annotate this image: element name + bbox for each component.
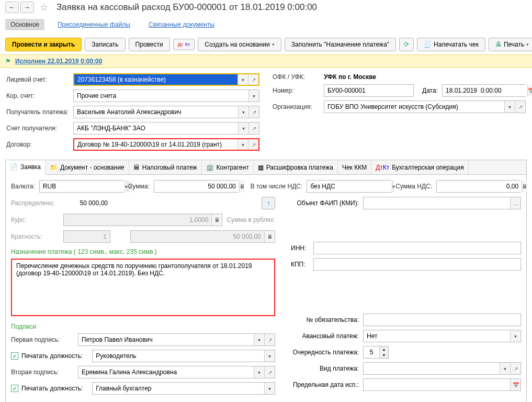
currency-label: Валюта: — [11, 183, 35, 190]
distributed-value: 50 000,00 — [63, 199, 108, 207]
mult-field — [63, 230, 110, 243]
folder-icon: 📁 — [50, 164, 58, 171]
cor-account-field[interactable]: ▾ — [73, 90, 259, 102]
number-field[interactable] — [324, 84, 414, 97]
limit-date-label: Предельная дата исп.: — [291, 381, 359, 388]
advance-label: Авансовый платеж: — [291, 332, 359, 340]
post-and-close-button[interactable]: Провести и закрыть — [5, 38, 82, 51]
limit-date-field[interactable]: 📅 — [363, 378, 521, 391]
spinner-down-icon[interactable]: ▼ — [380, 352, 388, 358]
tab-tax[interactable]: 🏛Налоговый платеж — [129, 160, 202, 174]
purpose-title: Назначение платежа ( 123 симв., макс. 23… — [11, 248, 275, 255]
date-field[interactable]: 📅 — [442, 84, 526, 97]
rub-sum-label: Сумма в рублях: — [227, 216, 275, 224]
priority-label: Очередность платежа: — [291, 349, 359, 356]
tab-docbase[interactable]: 📁Документ - основание — [46, 160, 129, 174]
sum-label: Сумма: — [128, 183, 150, 190]
arrow-up-button[interactable]: ↑ — [262, 197, 275, 209]
ofk-label: ОФК / УФК: — [273, 73, 320, 81]
payment-purpose-textarea[interactable] — [11, 259, 275, 316]
number-label: Номер: — [273, 87, 320, 94]
sign2-label: Вторая подпись: — [11, 368, 74, 376]
sign1-field[interactable]: ▾ ↗ — [78, 333, 275, 346]
recipient-field[interactable]: ▾ ↗ — [73, 106, 259, 118]
kpp-label: КПП: — [291, 261, 309, 268]
print-pos2-label: Печатать должность: — [21, 385, 83, 392]
obligation-label: № обязательства: — [291, 316, 359, 323]
calendar-icon[interactable]: 📅 — [527, 85, 532, 96]
kpp-field[interactable] — [313, 258, 521, 271]
print-pos2-checkbox[interactable]: ✓ — [11, 385, 18, 392]
priority-field[interactable]: ▲▼ — [363, 346, 389, 359]
vat-type-field[interactable]: ▾ — [307, 180, 391, 193]
calendar-icon[interactable]: 📅 — [510, 379, 520, 390]
print-check-button[interactable]: 🧾Напечатать чек — [417, 38, 485, 51]
tab-kkm[interactable]: Чек ККМ — [338, 160, 371, 174]
pay-type-field[interactable]: ▾ ↗ — [363, 362, 521, 375]
faip-label: Объект ФАИП (КМИ): — [291, 199, 359, 207]
sync-button[interactable]: ⟳ — [399, 38, 414, 51]
open-icon[interactable]: ↗ — [248, 74, 258, 85]
tab-app[interactable]: 📄Заявка — [6, 160, 46, 175]
save-button[interactable]: Записать — [85, 38, 125, 51]
advance-field[interactable]: ▾ — [363, 330, 521, 342]
obligation-field[interactable] — [363, 314, 521, 326]
signs-title: Подписи — [11, 323, 275, 330]
print-pos1-label: Печатать должность: — [21, 352, 83, 360]
rub-sum-field: 🖩 — [130, 230, 275, 243]
create-based-button[interactable]: Создать на основании ▾ — [198, 38, 281, 51]
top-tab-related[interactable]: Связанные документы — [143, 19, 220, 30]
ofk-value: УФК по г. Москве — [324, 73, 376, 81]
tax-icon: 🏛 — [133, 164, 140, 171]
inn-field[interactable] — [313, 242, 521, 254]
print-button[interactable]: 🖶 Печать ▾ — [489, 38, 532, 51]
tab-contragent[interactable]: 🏢Контрагент — [202, 160, 254, 174]
pos2-field[interactable]: ▾ — [92, 382, 275, 395]
spinner-up-icon[interactable]: ▲ — [380, 347, 388, 352]
recipient-acc-field[interactable]: ▾ ↗ — [73, 122, 259, 135]
pos1-field[interactable]: ▾ — [92, 350, 275, 362]
vat-sum-field[interactable]: 🖩 — [436, 180, 521, 193]
print-pos1-checkbox[interactable]: ✓ — [11, 352, 18, 360]
nav-forward-button[interactable]: → — [20, 2, 34, 13]
nav-back-button[interactable]: ← — [5, 2, 19, 13]
inn-label: ИНН: — [291, 244, 309, 252]
post-button[interactable]: Провести — [129, 38, 170, 51]
dropdown-icon[interactable]: ▾ — [237, 74, 248, 85]
recipient-acc-label: Счет получателя: — [6, 125, 69, 132]
personal-account-label: Лицевой счет: — [6, 76, 69, 83]
contract-label: Договор: — [6, 141, 69, 148]
org-field[interactable]: ▾ ↗ — [324, 100, 526, 113]
dt-kt-button[interactable]: ДтКт — [173, 39, 195, 50]
rate-label: Курс: — [11, 216, 59, 224]
top-tab-files[interactable]: Присоединенные файлы — [52, 19, 135, 30]
pay-type-label: Вид платежа: — [291, 365, 359, 372]
calc-icon[interactable]: 🖩 — [522, 181, 527, 192]
receipt-icon: 🧾 — [424, 41, 432, 48]
mult-label: Кратность: — [11, 233, 59, 240]
sign2-field[interactable]: ▾ ↗ — [78, 366, 275, 378]
vat-incl-label: В том числе НДС: — [251, 183, 303, 190]
currency-field[interactable]: ▾ ↗ — [39, 180, 124, 193]
status-flag-icon: ⚑ — [5, 58, 11, 65]
tab-decode[interactable]: ▦Расшифровка платежа — [254, 160, 338, 174]
cor-account-label: Кор. счет: — [6, 92, 69, 99]
doc-icon: 📄 — [10, 163, 18, 171]
bank-icon: 🏢 — [206, 164, 214, 171]
rate-field: 🖩 — [63, 214, 222, 226]
fill-purpose-button[interactable]: Заполнить "Назначение платежа" — [285, 38, 396, 51]
faip-field[interactable]: … — [363, 197, 521, 209]
sum-field[interactable]: 🖩 — [154, 180, 239, 193]
contract-field[interactable]: ▾ ↗ — [73, 138, 259, 151]
org-label: Организация: — [273, 103, 320, 110]
distributed-label: Распределено: — [11, 199, 59, 207]
favorite-star-icon[interactable]: ☆ — [38, 2, 50, 13]
vat-sum-label: Сумма НДС: — [395, 183, 432, 190]
status-link[interactable]: Исполнен 22.01.2019 0:00:00 — [15, 58, 102, 65]
top-tab-main[interactable]: Основное — [5, 19, 44, 30]
sign1-label: Первая подпись: — [11, 336, 74, 343]
calc-icon[interactable]: 🖩 — [239, 181, 245, 192]
dtkt-icon: ДтКт — [376, 164, 389, 171]
personal-account-field[interactable]: ▾ ↗ — [73, 73, 259, 86]
tab-buh[interactable]: ДтКтБухгалтерская операция — [371, 160, 469, 174]
